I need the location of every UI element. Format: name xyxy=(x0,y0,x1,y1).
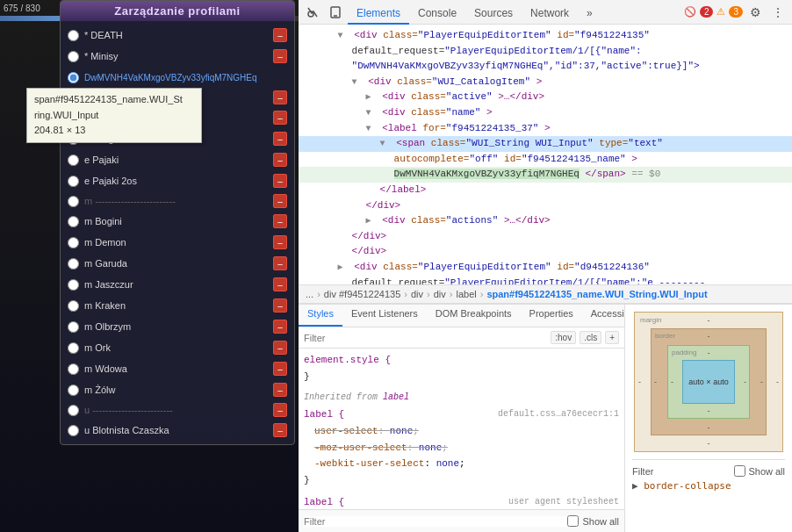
expand-arrow[interactable]: ▶ xyxy=(338,261,347,275)
more-options-button[interactable]: ⋮ xyxy=(767,2,788,23)
tab-console[interactable]: Console xyxy=(409,4,465,25)
list-item[interactable]: m Kraken – xyxy=(61,295,294,316)
tab-event-listeners[interactable]: Event Listeners xyxy=(342,305,427,327)
tree-line[interactable]: ▼ <div class="WUI_CatalogItem" > xyxy=(299,75,792,90)
tab-sources[interactable]: Sources xyxy=(465,4,522,25)
list-item[interactable]: m Olbrzym – xyxy=(61,316,294,337)
delete-button[interactable]: – xyxy=(273,28,287,42)
device-button[interactable] xyxy=(325,2,346,23)
profile-radio[interactable] xyxy=(68,385,79,396)
html-tree[interactable]: ▼ <div class="PlayerEquipEditorItem" id=… xyxy=(299,25,792,284)
expand-arrow[interactable]: ▶ xyxy=(366,214,375,228)
show-all-checkbox[interactable] xyxy=(734,465,745,477)
bottom-filter-input[interactable] xyxy=(304,516,567,527)
delete-button[interactable]: – xyxy=(273,341,287,355)
tree-line[interactable]: default_request="PlayerEquipEditorItem/1… xyxy=(299,276,792,285)
tree-line[interactable]: </label> xyxy=(299,183,792,198)
list-item[interactable]: m Demon – xyxy=(61,232,294,253)
delete-button[interactable]: – xyxy=(273,49,287,63)
delete-button[interactable]: – xyxy=(273,194,287,208)
list-item[interactable]: m Bogini – xyxy=(61,211,294,232)
expand-arrow[interactable]: ▼ xyxy=(352,75,361,90)
breadcrumb-item[interactable]: label xyxy=(456,289,476,299)
profile-radio[interactable] xyxy=(68,155,79,166)
profile-radio[interactable] xyxy=(68,51,79,62)
expand-arrow[interactable]: ▶ xyxy=(366,90,375,104)
tree-line[interactable]: ▶ <div class="active" >…</div> xyxy=(299,90,792,105)
profile-radio[interactable] xyxy=(68,216,79,227)
profile-radio[interactable] xyxy=(68,258,79,270)
cls-filter-button[interactable]: .cls xyxy=(580,331,601,344)
delete-button[interactable]: – xyxy=(273,214,287,228)
delete-button[interactable]: – xyxy=(273,235,287,249)
list-item[interactable]: e Pajaki 2os – xyxy=(61,170,294,191)
delete-button[interactable]: – xyxy=(273,277,287,291)
list-item[interactable]: DwMVNH4VaKMxgoVBZyv33yfiqM7NGHEq xyxy=(61,67,294,88)
show-all-checkbox[interactable] xyxy=(567,515,579,527)
profile-radio[interactable] xyxy=(68,279,79,291)
show-all-label[interactable]: Show all xyxy=(734,465,785,477)
tab-more[interactable]: » xyxy=(578,4,601,25)
delete-button[interactable]: – xyxy=(273,423,287,437)
delete-button[interactable]: – xyxy=(273,403,287,417)
breadcrumb-item[interactable]: div xyxy=(411,289,423,299)
show-all-label[interactable]: Show all xyxy=(567,515,619,527)
profile-radio[interactable] xyxy=(68,405,79,416)
tree-line[interactable]: autocomplete="off" id="f9451224135_name"… xyxy=(299,152,792,168)
breadcrumb-item[interactable]: ... xyxy=(306,289,313,299)
delete-button[interactable]: – xyxy=(273,174,287,188)
list-item[interactable]: m Jaszczur – xyxy=(61,274,294,295)
list-item[interactable]: m Garuda – xyxy=(61,253,294,274)
tree-line[interactable]: ▶ <div class="actions" >…</div> xyxy=(299,213,792,229)
expand-arrow[interactable]: ▼ xyxy=(366,122,375,136)
tab-network[interactable]: Network xyxy=(522,4,578,25)
tab-dom-breakpoints[interactable]: DOM Breakpoints xyxy=(427,305,521,327)
list-item[interactable]: m Ork – xyxy=(61,337,294,358)
delete-button[interactable]: – xyxy=(273,383,287,397)
list-item[interactable]: u ------------------------- – xyxy=(61,400,294,420)
tab-elements[interactable]: Elements xyxy=(348,4,409,25)
profile-radio[interactable] xyxy=(68,321,79,333)
hov-filter-button[interactable]: :hov xyxy=(551,331,576,344)
delete-button[interactable]: – xyxy=(273,256,287,270)
inspect-button[interactable] xyxy=(302,2,323,23)
tree-line[interactable]: </div> xyxy=(299,229,792,245)
tree-line[interactable]: ▼ <div class="PlayerEquipEditorItem" id=… xyxy=(299,28,792,44)
tab-accessibility[interactable]: Accessibility xyxy=(582,305,625,327)
profile-radio[interactable] xyxy=(68,363,79,375)
profile-radio[interactable] xyxy=(68,176,79,187)
expand-arrow[interactable]: ▼ xyxy=(338,29,347,43)
profile-radio[interactable] xyxy=(68,72,79,83)
tree-line[interactable]: ▼ <label for="f9451224135_37" > xyxy=(299,121,792,137)
profile-radio[interactable] xyxy=(68,30,79,41)
delete-button[interactable]: – xyxy=(273,111,287,125)
profile-radio[interactable] xyxy=(68,342,79,354)
tree-line[interactable]: ▼ <div class="name" > xyxy=(299,105,792,121)
list-item[interactable]: * Minisy – xyxy=(61,46,294,67)
delete-button[interactable]: – xyxy=(273,320,287,334)
breadcrumb-item[interactable]: div xyxy=(434,289,446,299)
tree-line[interactable]: </div> xyxy=(299,244,792,260)
tree-line[interactable]: default_request="PlayerEquipEditorItem/1… xyxy=(299,44,792,60)
delete-button[interactable]: – xyxy=(273,362,287,376)
profile-radio[interactable] xyxy=(68,237,79,248)
list-item[interactable]: m ------------------------- – xyxy=(61,191,294,211)
profile-radio[interactable] xyxy=(68,196,79,207)
list-item[interactable]: u Blotnista Czaszka – xyxy=(61,420,294,441)
tree-line[interactable]: DwMVNH4VaKMxgoVBZyv33yfiqM7NGHEq </span>… xyxy=(299,167,792,183)
list-item[interactable]: m Żólw – xyxy=(61,379,294,400)
breadcrumb-item[interactable]: div #f9451224135 xyxy=(324,289,400,299)
styles-filter-input[interactable] xyxy=(304,333,551,343)
list-item[interactable]: m Wdowa – xyxy=(61,358,294,379)
tree-line[interactable]: ▶ <div class="PlayerEquipEditorItem" id=… xyxy=(299,260,792,276)
expand-arrow[interactable]: ▼ xyxy=(380,137,389,151)
expand-arrow[interactable]: ▼ xyxy=(366,106,375,120)
list-item[interactable]: * DEATH – xyxy=(61,25,294,46)
tab-properties[interactable]: Properties xyxy=(521,305,582,327)
profile-radio[interactable] xyxy=(68,300,79,312)
tree-line[interactable]: </div> xyxy=(299,198,792,214)
list-item[interactable]: e Pajaki – xyxy=(61,149,294,170)
breadcrumb-item[interactable]: span#f9451224135_name.WUI_String.WUI_Inp… xyxy=(486,289,707,299)
settings-button[interactable]: ⚙ xyxy=(745,2,766,23)
add-style-button[interactable]: + xyxy=(605,331,619,344)
